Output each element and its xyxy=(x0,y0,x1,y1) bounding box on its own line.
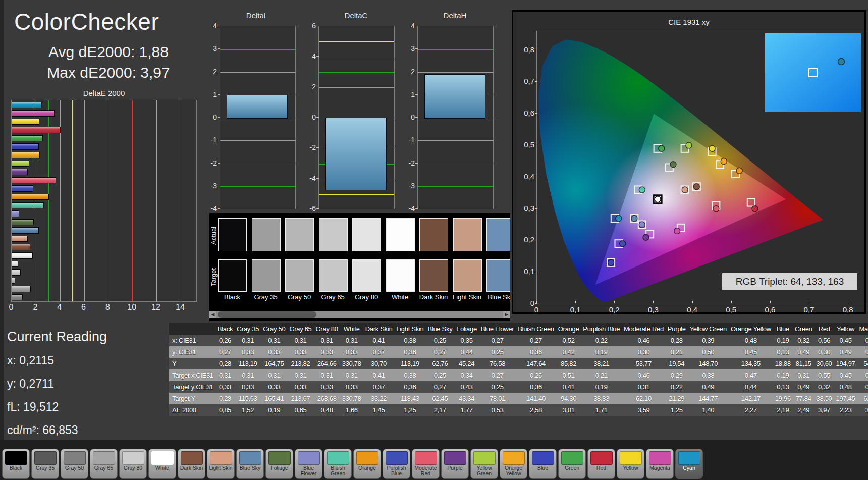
table-cell: 85,82 xyxy=(556,358,581,369)
table-cell: 0,49 xyxy=(793,346,815,358)
patch-button-foliage[interactable]: Foliage xyxy=(265,449,293,479)
table-cell: 18,88 xyxy=(773,358,793,369)
table-cell: 0,34 xyxy=(454,369,479,381)
patch-button-cyan[interactable]: Cyan xyxy=(675,449,703,479)
patch-button-gray-35[interactable]: Gray 35 xyxy=(31,449,59,479)
patch-button-label: Gray 50 xyxy=(61,465,88,471)
delta-bar xyxy=(424,74,485,119)
scroll-left-icon[interactable]: ◀ xyxy=(209,311,216,318)
table-cell: 0,44 xyxy=(454,346,479,358)
table-cell: 38,21 xyxy=(581,358,622,369)
table-cell: 0,37 xyxy=(363,381,395,393)
patch-button-blue-flower[interactable]: Blue Flower xyxy=(295,449,322,479)
patch-color-chip xyxy=(34,451,57,465)
deltah-plot xyxy=(417,26,494,209)
table-cell: 62,24 xyxy=(857,393,868,404)
patch-button-yellow-green[interactable]: Yellow Green xyxy=(470,449,498,479)
tick-mark xyxy=(218,26,220,26)
patch-button-orange-yellow[interactable]: Orange Yellow xyxy=(500,449,527,479)
table-cell: 134,35 xyxy=(729,358,773,369)
patch-button-light-skin[interactable]: Light Skin xyxy=(207,449,235,479)
table-cell: 0,33 xyxy=(261,381,287,393)
patch-button-label: Light Skin xyxy=(207,465,234,471)
cie-white-point-dot xyxy=(655,196,661,202)
patch-button-orange[interactable]: Orange xyxy=(353,449,381,479)
swatch-label: Light Skin xyxy=(451,293,484,301)
cie-y-tick-mark xyxy=(535,303,537,304)
actual-swatch-gray-80 xyxy=(352,218,381,251)
patch-color-chip xyxy=(415,451,437,465)
patch-button-purple[interactable]: Purple xyxy=(441,449,469,479)
patch-button-blue-sky[interactable]: Blue Sky xyxy=(236,449,264,479)
table-cell: 0,48 xyxy=(314,404,340,416)
table-row: Y0,28113,19164,75213,82264,66330,7830,70… xyxy=(169,358,868,369)
patch-button-blue[interactable]: Blue xyxy=(529,449,557,479)
table-cell: 0,30 xyxy=(815,346,834,358)
tick-label: 0 xyxy=(208,113,217,121)
deltae-x-tick: 6 xyxy=(81,303,86,312)
deltae-bar-blue-sky xyxy=(12,227,39,234)
patch-button-label: Orange xyxy=(354,465,381,471)
swatch-label: Dark Skin xyxy=(417,293,450,301)
patch-button-magenta[interactable]: Magenta xyxy=(646,449,674,479)
cie-x-tick-mark xyxy=(692,301,693,303)
current-reading-title: Current Reading xyxy=(7,329,158,345)
tick-label: 2 xyxy=(208,68,217,76)
patch-color-chip xyxy=(122,451,144,465)
table-cell: 0,47 xyxy=(729,369,773,381)
scrollbar-thumb[interactable] xyxy=(218,311,316,318)
cie1931-plot-area xyxy=(536,31,864,304)
actual-swatch-blue-sky xyxy=(486,218,510,251)
cie-measured-dot-blue-flower xyxy=(639,222,645,228)
cie-y-tick-mark xyxy=(535,208,537,209)
cie-measured-dot-foliage xyxy=(670,162,676,168)
table-cell: 0,45 xyxy=(834,335,857,346)
tick-label: -3 xyxy=(208,182,217,190)
gridline xyxy=(220,140,295,141)
table-cell: 0,31 xyxy=(340,369,363,381)
patch-button-white[interactable]: White xyxy=(148,449,176,479)
patch-button-black[interactable]: Black xyxy=(2,449,30,479)
patch-button-label: Purplish Blue xyxy=(383,465,410,476)
measurement-table: BlackGray 35Gray 50Gray 65Gray 80WhiteDa… xyxy=(169,323,868,416)
tick-label: 4 xyxy=(307,52,316,60)
patch-button-red[interactable]: Red xyxy=(587,449,615,479)
cie-y-tick: 0,4 xyxy=(520,172,534,181)
tick-mark xyxy=(415,186,418,186)
table-cell: 38,50 xyxy=(815,393,834,404)
patch-button-yellow[interactable]: Yellow xyxy=(617,449,644,479)
patch-button-moderate-red[interactable]: Moderate Red xyxy=(412,449,440,479)
table-cell: 30,60 xyxy=(815,358,834,369)
tick-label: -4 xyxy=(406,204,415,212)
deltae-bar-purplish-blue xyxy=(12,185,33,192)
patch-button-gray-65[interactable]: Gray 65 xyxy=(90,449,118,479)
target-swatch-gray-80 xyxy=(352,259,381,292)
table-cell: 0,35 xyxy=(454,335,479,346)
table-cell: 0,49 xyxy=(793,381,815,393)
swatch-scrollbar[interactable]: ◀ ▶ xyxy=(209,311,510,318)
patch-button-purplish-blue[interactable]: Purplish Blue xyxy=(383,449,410,479)
patch-button-label: Orange Yellow xyxy=(500,465,527,476)
scroll-right-icon[interactable]: ▶ xyxy=(503,311,510,318)
table-col-yellow: Yellow xyxy=(834,323,857,335)
patch-button-dark-skin[interactable]: Dark Skin xyxy=(178,449,205,479)
tick-label: -4 xyxy=(208,204,217,212)
patch-button-bluish-green[interactable]: Bluish Green xyxy=(324,449,352,479)
table-cell: 62,76 xyxy=(425,358,454,369)
cyan-inset-rect xyxy=(765,33,861,112)
patch-button-green[interactable]: Green xyxy=(558,449,586,479)
tick-label: 1 xyxy=(406,90,415,98)
patch-color-chip xyxy=(678,451,700,465)
patch-button-gray-50[interactable]: Gray 50 xyxy=(61,449,88,479)
patch-button-gray-80[interactable]: Gray 80 xyxy=(119,449,147,479)
table-cell: 0,19 xyxy=(773,369,793,381)
deltac-title: DeltaC xyxy=(318,11,394,20)
table-cell: 0,36 xyxy=(516,381,556,393)
tick-mark xyxy=(218,117,220,118)
table-cell: 1,25 xyxy=(666,404,688,416)
patch-color-chip xyxy=(5,451,27,465)
ref-line-green xyxy=(220,49,295,50)
patch-button-label: Magenta xyxy=(646,465,673,471)
cie1931-title: CIE 1931 xy xyxy=(513,18,864,26)
table-cell: 0,33 xyxy=(314,381,340,393)
